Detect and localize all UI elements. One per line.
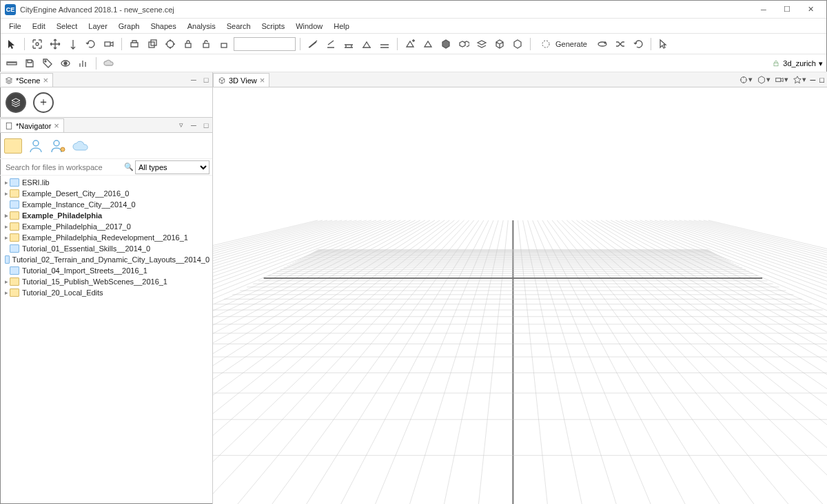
navigator-tree[interactable]: ▸ESRI.lib▸Example_Desert_City__2016_0Exa… xyxy=(0,176,212,300)
menu-window[interactable]: Window xyxy=(290,21,328,32)
street-simplify-icon[interactable] xyxy=(376,36,393,52)
expand-icon[interactable]: ▸ xyxy=(3,289,10,296)
expand-icon[interactable]: ▸ xyxy=(3,278,10,285)
save-icon[interactable] xyxy=(21,55,38,72)
tree-item[interactable]: ▸ESRI.lib xyxy=(0,177,212,188)
tree-item[interactable]: ▸Example_Philadelphia_Redevelopment__201… xyxy=(0,232,212,243)
local-folder-icon[interactable] xyxy=(4,138,22,154)
view-render-icon[interactable]: ▾ xyxy=(757,75,770,85)
menu-layer[interactable]: Layer xyxy=(83,21,113,32)
person-icon[interactable] xyxy=(28,138,44,154)
svg-point-8 xyxy=(542,41,549,48)
view-compass-icon[interactable]: ▾ xyxy=(739,75,753,85)
scene-layers-button[interactable] xyxy=(6,92,26,113)
chart-icon[interactable] xyxy=(75,55,92,72)
tag-icon[interactable] xyxy=(39,55,56,72)
scene-tab[interactable]: *Scene × xyxy=(0,73,53,87)
rotate-tool-icon[interactable] xyxy=(83,36,99,52)
tree-item[interactable]: ▸Example_Philadelphia xyxy=(0,210,212,221)
scale-tool-icon[interactable] xyxy=(65,36,81,52)
svg-rect-5 xyxy=(185,43,191,48)
person-add-icon[interactable] xyxy=(50,138,66,154)
lock-outline-icon[interactable] xyxy=(216,36,232,52)
eye-icon[interactable] xyxy=(57,55,74,72)
frame-tool-icon[interactable] xyxy=(29,36,45,52)
cubes-icon[interactable] xyxy=(456,36,472,52)
cloud-icon[interactable] xyxy=(72,139,91,153)
layer-icon[interactable] xyxy=(473,36,490,52)
expand-icon[interactable]: ▸ xyxy=(3,190,10,197)
expand-icon[interactable]: ▸ xyxy=(3,212,10,219)
panel-maximize-icon[interactable]: □ xyxy=(819,76,824,84)
panel-maximize-icon[interactable]: □ xyxy=(200,121,212,129)
cloud-icon[interactable] xyxy=(101,55,117,72)
generate-button[interactable]: Generate xyxy=(535,37,593,51)
tree-item[interactable]: ▸Tutorial_15_Publish_WebScenes__2016_1 xyxy=(0,276,212,287)
expand-icon[interactable]: ▸ xyxy=(3,234,10,241)
copy-outward-icon[interactable] xyxy=(144,36,161,52)
tree-item[interactable]: Tutorial_04_Import_Streets__2016_1 xyxy=(0,265,212,276)
search-icon[interactable]: 🔍 xyxy=(124,162,135,171)
camera-tool-icon[interactable] xyxy=(101,36,117,52)
push-pull-icon[interactable] xyxy=(126,36,143,52)
move-tool-icon[interactable] xyxy=(47,36,63,52)
menu-analysis[interactable]: Analysis xyxy=(182,21,221,32)
expand-icon[interactable]: ▸ xyxy=(3,179,10,186)
navigator-search-input[interactable] xyxy=(3,162,124,173)
panel-minimize-icon[interactable]: ─ xyxy=(187,121,200,129)
dropdown-icon: ▾ xyxy=(819,59,823,68)
shuffle-icon[interactable] xyxy=(612,36,629,52)
polygon-icon[interactable] xyxy=(420,36,436,52)
navigator-tab[interactable]: *Navigator × xyxy=(0,118,64,132)
tab-close-icon[interactable]: × xyxy=(43,76,48,85)
window-close-button[interactable]: ✕ xyxy=(799,1,822,18)
menu-file[interactable]: File xyxy=(3,21,27,32)
workspace-switcher[interactable]: 3d_zurich ▾ xyxy=(772,59,823,68)
window-minimize-button[interactable]: ─ xyxy=(752,1,775,18)
menu-shapes[interactable]: Shapes xyxy=(145,21,181,32)
tree-item[interactable]: Tutorial_02_Terrain_and_Dynamic_City_Lay… xyxy=(0,254,212,265)
menu-select[interactable]: Select xyxy=(51,21,83,32)
isolate-icon[interactable] xyxy=(162,36,178,52)
scene-add-button[interactable]: ＋ xyxy=(33,92,54,113)
arrow-cursor-icon[interactable] xyxy=(655,36,672,52)
orbit-icon[interactable] xyxy=(594,36,611,52)
panel-minimize-icon[interactable]: ─ xyxy=(187,76,200,84)
street-edit-icon[interactable] xyxy=(323,36,339,52)
view-bookmark-icon[interactable]: ▾ xyxy=(793,75,806,85)
panel-minimize-icon[interactable]: ─ xyxy=(810,76,816,84)
expand-icon[interactable]: ▸ xyxy=(3,223,10,230)
polygon-add-icon[interactable] xyxy=(402,36,418,52)
undo-icon[interactable] xyxy=(630,36,646,52)
street-draw-icon[interactable] xyxy=(305,36,321,52)
menu-scripts[interactable]: Scripts xyxy=(256,21,291,32)
ruler-icon[interactable] xyxy=(3,55,20,72)
navigator-filter-select[interactable]: All types xyxy=(135,160,210,174)
cube-filled-icon[interactable] xyxy=(438,36,454,52)
tree-item[interactable]: Example_Instance_City__2014_0 xyxy=(0,199,212,210)
street-align-icon[interactable] xyxy=(358,36,375,52)
panel-maximize-icon[interactable]: □ xyxy=(200,76,212,84)
tab-close-icon[interactable]: × xyxy=(260,76,265,85)
tree-item[interactable]: ▸Example_Desert_City__2016_0 xyxy=(0,188,212,199)
viewport-3d[interactable] xyxy=(213,87,827,504)
view3d-tab[interactable]: 3D View × xyxy=(213,73,269,87)
tab-close-icon[interactable]: × xyxy=(54,121,59,130)
menu-help[interactable]: Help xyxy=(328,21,355,32)
tree-item[interactable]: Tutorial_01_Essential_Skills__2014_0 xyxy=(0,243,212,254)
street-cleanup-icon[interactable] xyxy=(340,36,357,52)
cube-outline-icon[interactable] xyxy=(509,36,526,52)
toolbar-input[interactable] xyxy=(234,37,296,51)
menu-graph[interactable]: Graph xyxy=(113,21,145,32)
lock-icon[interactable] xyxy=(180,36,196,52)
cube-wire-icon[interactable] xyxy=(491,36,508,52)
tree-item[interactable]: ▸Example_Philadelphia__2017_0 xyxy=(0,221,212,232)
select-tool-icon[interactable] xyxy=(3,36,20,52)
tree-item[interactable]: ▸Tutorial_20_Local_Edits xyxy=(0,287,212,298)
menu-search[interactable]: Search xyxy=(221,21,256,32)
view-camera-icon[interactable]: ▾ xyxy=(775,75,788,85)
window-maximize-button[interactable]: ☐ xyxy=(775,1,799,18)
menu-edit[interactable]: Edit xyxy=(27,21,51,32)
panel-menu-icon[interactable]: ▿ xyxy=(175,120,187,129)
unlock-icon[interactable] xyxy=(198,36,214,52)
